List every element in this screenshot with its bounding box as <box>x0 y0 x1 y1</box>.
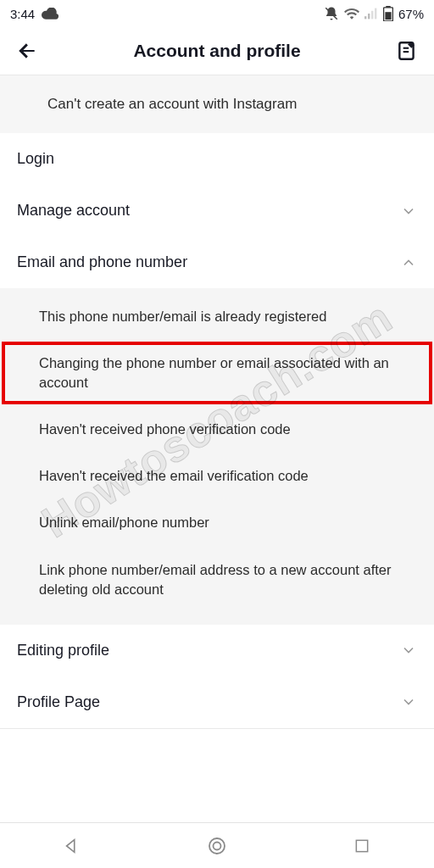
row-label: Email and phone number <box>17 253 187 271</box>
sub-no-email-code[interactable]: Haven't received the email verification … <box>0 453 434 499</box>
info-banner-text: Can't create an account with Instagram <box>47 96 297 112</box>
back-button[interactable] <box>14 37 41 64</box>
row-label: Login <box>17 150 54 168</box>
nav-recents-button[interactable] <box>350 834 374 858</box>
chevron-down-icon <box>400 203 417 220</box>
info-banner[interactable]: Can't create an account with Instagram <box>0 75 434 133</box>
svg-rect-7 <box>385 12 391 19</box>
sub-already-registered[interactable]: This phone number/email is already regis… <box>0 293 434 340</box>
row-manage-account[interactable]: Manage account <box>0 185 434 236</box>
sub-unlink[interactable]: Unlink email/phone number <box>0 499 434 546</box>
svg-rect-4 <box>375 8 376 19</box>
chevron-up-icon <box>400 254 417 271</box>
battery-icon <box>383 6 393 21</box>
row-email-phone[interactable]: Email and phone number <box>0 236 434 288</box>
row-profile-page[interactable]: Profile Page <box>0 676 434 728</box>
status-time: 3:44 <box>10 7 35 21</box>
row-label: Profile Page <box>17 693 100 711</box>
cloud-icon <box>42 8 58 19</box>
chevron-down-icon <box>400 642 417 659</box>
nav-home-button[interactable] <box>205 834 229 858</box>
sub-change-phone-email[interactable]: Changing the phone number or email assoc… <box>0 340 434 406</box>
svg-point-12 <box>213 842 220 849</box>
bell-off-icon <box>324 6 339 21</box>
svg-rect-13 <box>356 840 367 851</box>
signal-icon <box>364 8 378 19</box>
divider <box>0 728 434 729</box>
row-label: Editing profile <box>17 642 109 659</box>
svg-rect-2 <box>368 14 370 19</box>
email-phone-subpanel: This phone number/email is already regis… <box>0 288 434 625</box>
row-login[interactable]: Login <box>0 133 434 185</box>
row-label: Manage account <box>17 202 130 220</box>
feedback-button[interactable] <box>393 37 420 64</box>
wifi-icon <box>344 8 359 19</box>
page-title: Account and profile <box>41 41 393 61</box>
nav-back-button[interactable] <box>60 834 84 858</box>
row-editing-profile[interactable]: Editing profile <box>0 625 434 676</box>
svg-point-11 <box>209 838 225 854</box>
status-bar: 3:44 67% <box>0 0 434 27</box>
page-header: Account and profile <box>0 27 434 75</box>
status-battery: 67% <box>398 7 424 21</box>
svg-rect-1 <box>364 16 366 19</box>
svg-rect-3 <box>371 11 373 19</box>
chevron-down-icon <box>400 693 417 710</box>
android-navbar <box>0 822 434 868</box>
sub-no-phone-code[interactable]: Haven't received phone verification code <box>0 406 434 453</box>
sub-link-after-delete[interactable]: Link phone number/email address to a new… <box>0 547 434 613</box>
